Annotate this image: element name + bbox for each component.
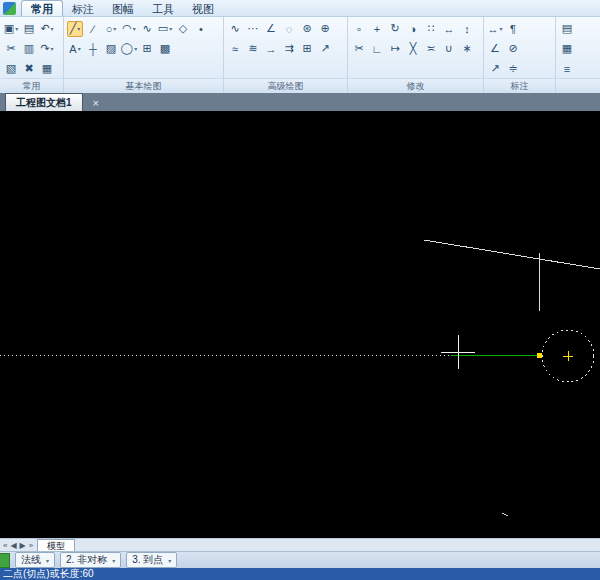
corner-icon[interactable]: ∟ — [369, 41, 385, 57]
block-icon[interactable]: ▩ — [157, 41, 173, 57]
dropdown-arrow-icon[interactable]: ▾ — [133, 25, 136, 32]
ribbon-group-label: 高级绘图 — [224, 78, 347, 93]
center-line-icon[interactable]: ┼ — [85, 41, 101, 57]
delete-icon[interactable]: ✖ — [21, 61, 37, 77]
model-tab[interactable]: 模型 — [37, 539, 75, 552]
print-icon[interactable]: ▦ — [39, 61, 55, 77]
contour-icon[interactable]: ◌ — [281, 21, 297, 37]
point-icon[interactable]: • — [193, 21, 209, 37]
rectangle-icon[interactable]: ▭▾ — [157, 21, 173, 37]
command-prompt[interactable]: 二点(切点)或长度:60 — [0, 568, 600, 580]
command-option-1[interactable]: 法线▾ — [15, 552, 55, 568]
command-options: 法线▾2. 非对称▾3. 到点▾ — [15, 552, 177, 568]
next-page-icon[interactable]: ▶ — [20, 540, 26, 551]
fork-icon[interactable]: ⇉ — [281, 41, 297, 57]
dropdown-arrow-icon[interactable]: ▾ — [168, 557, 171, 564]
menu-list-icon[interactable]: ≡ — [559, 61, 575, 77]
rotate-icon[interactable]: ↻ — [387, 21, 403, 37]
circle-icon[interactable]: ○▾ — [103, 21, 119, 37]
dim-radius-icon[interactable]: ⊘ — [505, 41, 521, 57]
spline-icon[interactable]: ∿ — [139, 21, 155, 37]
drawing-canvas[interactable] — [0, 111, 600, 538]
command-option-3[interactable]: 3. 到点▾ — [126, 552, 177, 568]
ribbon-group-label: 修改 — [348, 78, 483, 93]
command-mode-icon[interactable] — [0, 553, 10, 568]
dropdown-arrow-icon[interactable]: ▾ — [78, 45, 81, 52]
menu-tab[interactable]: 常用 — [21, 0, 63, 16]
offset-icon[interactable]: ≍ — [423, 41, 439, 57]
clone-icon[interactable]: ▥ — [21, 41, 37, 57]
prev-page-icon[interactable]: ◀ — [10, 540, 16, 551]
sheet-panel-icon[interactable]: ▤ — [559, 21, 575, 37]
arrow-icon[interactable]: → — [263, 41, 279, 57]
menu-tab[interactable]: 图幅 — [103, 1, 143, 16]
trim-icon[interactable]: ✂ — [351, 41, 367, 57]
dropdown-arrow-icon[interactable]: ▾ — [112, 557, 115, 564]
symbol-icon[interactable]: ⊕ — [317, 21, 333, 37]
angle-line-icon[interactable]: ∠ — [263, 21, 279, 37]
dropdown-arrow-icon[interactable]: ▾ — [46, 557, 49, 564]
pick-icon[interactable]: ▫ — [351, 21, 367, 37]
menu-tab[interactable]: 标注 — [63, 1, 103, 16]
dim-leader-icon[interactable]: ↗ — [487, 61, 503, 77]
stretch-icon[interactable]: ↔ — [441, 21, 457, 37]
explode-icon[interactable]: ∗ — [459, 41, 475, 57]
curve-icon[interactable]: ∿ — [227, 21, 243, 37]
layer-panel-icon[interactable]: ▦ — [559, 41, 575, 57]
dropdown-arrow-icon[interactable]: ▾ — [15, 25, 18, 32]
polygon-icon[interactable]: ◇ — [175, 21, 191, 37]
double-wave-icon[interactable]: ≋ — [245, 41, 261, 57]
table-icon[interactable]: ⊞ — [139, 41, 155, 57]
sample-points-icon[interactable]: ⋯ — [245, 21, 261, 37]
first-page-icon[interactable]: « — [3, 540, 7, 551]
model-tab-bar: «◀▶» 模型 — [0, 538, 600, 551]
menu-bar: 常用标注图幅工具视图 — [0, 0, 600, 17]
redo-icon[interactable]: ↷▾ — [39, 41, 55, 57]
paste-icon[interactable]: ▣▾ — [3, 21, 19, 37]
copy-icon[interactable]: ▤ — [21, 21, 37, 37]
text-note-icon[interactable]: ¶ — [505, 21, 521, 37]
join-icon[interactable]: ∪ — [441, 41, 457, 57]
arc-icon[interactable]: ◠▾ — [121, 21, 137, 37]
format-brush-icon[interactable]: ▧ — [3, 61, 19, 77]
ribbon-group: ▤▦≡ — [556, 17, 600, 93]
ellipse-icon[interactable]: ◯▾ — [121, 41, 137, 57]
app-logo-icon[interactable] — [3, 2, 16, 15]
grid-block-icon[interactable]: ⊞ — [299, 41, 315, 57]
command-option-2[interactable]: 2. 非对称▾ — [60, 552, 121, 568]
menu-tab[interactable]: 视图 — [183, 1, 223, 16]
menu-tab[interactable]: 工具 — [143, 1, 183, 16]
dropdown-arrow-icon[interactable]: ▾ — [500, 25, 503, 32]
ray-icon[interactable]: ∕ — [85, 21, 101, 37]
move-icon[interactable]: + — [369, 21, 385, 37]
close-document-icon[interactable]: × — [90, 95, 102, 111]
dropdown-arrow-icon[interactable]: ▾ — [169, 25, 172, 32]
dropdown-arrow-icon[interactable]: ▾ — [51, 25, 54, 32]
undo-icon[interactable]: ↶▾ — [39, 21, 55, 37]
dropdown-arrow-icon[interactable]: ▾ — [51, 45, 54, 52]
last-page-icon[interactable]: » — [29, 540, 33, 551]
dropdown-arrow-icon[interactable]: ▾ — [113, 25, 116, 32]
leader-icon[interactable]: ↗ — [317, 41, 333, 57]
wave-icon[interactable]: ≈ — [227, 41, 243, 57]
command-option-label: 法线 — [21, 553, 41, 567]
extend-icon[interactable]: ↦ — [387, 41, 403, 57]
scale-icon[interactable]: ↕ — [459, 21, 475, 37]
line-icon[interactable]: ╱▾ — [67, 21, 83, 37]
dim-edit-icon[interactable]: ≑ — [505, 61, 521, 77]
document-tab[interactable]: 工程图文档1 — [5, 93, 83, 111]
dropdown-arrow-icon[interactable]: ▾ — [134, 45, 137, 52]
cut-icon[interactable]: ✂ — [3, 41, 19, 57]
text-icon[interactable]: A▾ — [67, 41, 83, 57]
array-icon[interactable]: ∷ — [423, 21, 439, 37]
dropdown-arrow-icon[interactable]: ▾ — [77, 25, 80, 32]
gear-icon[interactable]: ⊛ — [299, 21, 315, 37]
sheet-nav-arrows: «◀▶» — [3, 540, 33, 551]
ribbon-group-label: 标注 — [484, 78, 555, 93]
dim-linear-icon[interactable]: ↔▾ — [487, 21, 503, 37]
snap-center-marker-icon — [563, 351, 573, 361]
mirror-icon[interactable]: ◑ — [405, 21, 421, 37]
break-icon[interactable]: ╳ — [405, 41, 421, 57]
hatch-icon[interactable]: ▨ — [103, 41, 119, 57]
dim-angular-icon[interactable]: ∠ — [487, 41, 503, 57]
